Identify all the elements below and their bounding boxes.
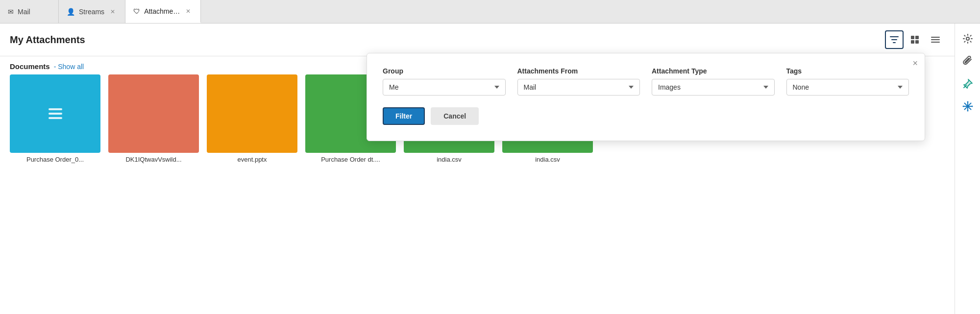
settings-button[interactable] (958, 29, 977, 48)
svg-point-16 (971, 106, 973, 107)
main-area: My Attachments (0, 24, 980, 314)
file-name-4: india.csv (404, 156, 494, 163)
cancel-filter-button[interactable]: Cancel (431, 107, 479, 125)
svg-point-7 (966, 37, 969, 40)
filter-button[interactable] (885, 30, 904, 49)
filter-row: Group Me Everyone Group A Attachments Fr… (383, 67, 909, 96)
header-actions (885, 30, 945, 49)
filter-actions: Filter Cancel (383, 107, 909, 125)
pin-icon (962, 78, 973, 89)
right-sidebar (955, 24, 980, 314)
file-thumb-2 (207, 74, 297, 153)
streams-icon: 👤 (67, 8, 75, 16)
file-thumb-icon-0 (49, 108, 62, 119)
show-all-link[interactable]: - Show all (54, 63, 84, 71)
tab-bar: ✉ Mail 👤 Streams ✕ 🛡 Attachme… ✕ (0, 0, 980, 24)
file-name-1: DK1IQtwavVswild... (108, 156, 199, 163)
tab-mail[interactable]: ✉ Mail (0, 0, 59, 23)
filter-icon (889, 35, 899, 45)
grid-view-button[interactable] (906, 30, 924, 49)
filter-group-type: Attachment Type Images Documents Videos … (652, 67, 775, 96)
svg-rect-3 (915, 40, 919, 44)
file-thumb-1 (108, 74, 199, 153)
tab-streams-label: Streams (79, 8, 104, 16)
attachment-type-select[interactable]: Images Documents Videos All (652, 79, 775, 96)
tab-mail-label: Mail (18, 8, 30, 16)
apply-filter-button[interactable]: Filter (383, 107, 425, 125)
paperclip-icon (962, 56, 973, 67)
list-item[interactable]: event.pptx (207, 74, 297, 163)
filter-group-group: Group Me Everyone Group A (383, 67, 506, 96)
file-name-5: india.csv (502, 156, 593, 163)
page-title: My Attachments (10, 34, 85, 46)
snowflake-button[interactable] (958, 97, 977, 116)
svg-point-13 (967, 101, 968, 103)
list-icon (931, 35, 940, 45)
filter-group-from: Attachments From Mail All Drive (517, 67, 640, 96)
attachment-type-label: Attachment Type (652, 67, 775, 75)
file-name-3: Purchase Order dt.... (305, 156, 396, 163)
tab-streams[interactable]: 👤 Streams ✕ (59, 0, 125, 23)
group-select[interactable]: Me Everyone Group A (383, 79, 506, 96)
content-header: My Attachments (0, 24, 955, 56)
tab-streams-close[interactable]: ✕ (108, 7, 117, 16)
content-pane: My Attachments (0, 24, 955, 314)
file-name-2: event.pptx (207, 156, 297, 163)
svg-rect-1 (915, 36, 919, 39)
filter-close-button[interactable]: × (912, 58, 918, 69)
filter-panel: × Group Me Everyone Group A Attachments … (367, 53, 925, 141)
tab-attachments-label: Attachme… (144, 7, 180, 15)
svg-rect-2 (911, 40, 914, 44)
group-label: Group (383, 67, 506, 75)
list-item[interactable]: Purchase Order_0... (10, 74, 100, 163)
mail-icon: ✉ (8, 8, 14, 16)
svg-point-14 (967, 110, 968, 112)
file-thumb-0 (10, 74, 100, 153)
tags-select[interactable]: None Tag1 Tag2 (786, 79, 909, 96)
attachments-icon: 🛡 (133, 7, 140, 15)
tab-attachments[interactable]: 🛡 Attachme… ✕ (125, 0, 201, 23)
file-name-0: Purchase Order_0... (10, 156, 100, 163)
filter-group-tags: Tags None Tag1 Tag2 (786, 67, 909, 96)
snowflake-icon (962, 101, 973, 112)
grid-icon (910, 35, 920, 45)
settings-icon (962, 33, 973, 44)
pin-button[interactable] (958, 74, 977, 93)
tab-attachments-close[interactable]: ✕ (184, 7, 193, 16)
attachments-from-select[interactable]: Mail All Drive (517, 79, 640, 96)
list-view-button[interactable] (926, 30, 945, 49)
svg-rect-0 (911, 36, 914, 39)
section-title: Documents (10, 62, 50, 71)
svg-point-15 (962, 106, 964, 107)
attachments-from-label: Attachments From (517, 67, 640, 75)
list-item[interactable]: DK1IQtwavVswild... (108, 74, 199, 163)
paperclip-button[interactable] (958, 52, 977, 71)
tags-label: Tags (786, 67, 909, 75)
